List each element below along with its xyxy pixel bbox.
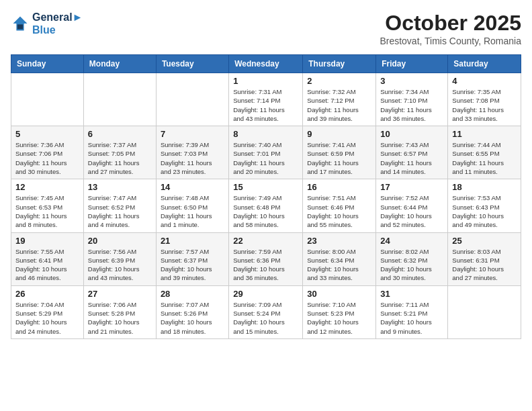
day-info: Sunrise: 7:48 AM Sunset: 6:50 PM Dayligh… <box>161 193 224 229</box>
calendar-cell: 12Sunrise: 7:45 AM Sunset: 6:53 PM Dayli… <box>11 179 84 232</box>
day-info: Sunrise: 7:32 AM Sunset: 7:12 PM Dayligh… <box>307 87 371 123</box>
calendar-cell <box>156 73 228 126</box>
day-info: Sunrise: 7:43 AM Sunset: 6:57 PM Dayligh… <box>380 140 443 176</box>
day-number: 16 <box>307 182 371 192</box>
calendar-cell: 4Sunrise: 7:35 AM Sunset: 7:08 PM Daylig… <box>448 73 521 126</box>
page-header: General► Blue October 2025 Brestovat, Ti… <box>11 11 521 46</box>
day-info: Sunrise: 7:31 AM Sunset: 7:14 PM Dayligh… <box>233 87 298 123</box>
day-number: 25 <box>452 236 517 246</box>
logo-text: General► Blue <box>32 11 83 36</box>
day-number: 5 <box>15 129 79 139</box>
day-number: 23 <box>307 236 371 246</box>
calendar-cell <box>448 285 521 338</box>
weekday-header-sunday: Sunday <box>11 55 84 73</box>
day-number: 14 <box>161 182 224 192</box>
day-info: Sunrise: 8:03 AM Sunset: 6:31 PM Dayligh… <box>452 247 517 283</box>
day-info: Sunrise: 7:09 AM Sunset: 5:24 PM Dayligh… <box>233 300 298 336</box>
day-number: 6 <box>88 129 152 139</box>
calendar-cell <box>11 73 84 126</box>
day-info: Sunrise: 7:59 AM Sunset: 6:36 PM Dayligh… <box>233 247 298 283</box>
logo: General► Blue <box>11 11 83 36</box>
calendar-table: SundayMondayTuesdayWednesdayThursdayFrid… <box>11 54 521 339</box>
calendar-cell: 3Sunrise: 7:34 AM Sunset: 7:10 PM Daylig… <box>376 73 448 126</box>
day-number: 3 <box>380 76 443 86</box>
day-number: 30 <box>307 289 371 299</box>
day-number: 1 <box>233 76 298 86</box>
calendar-cell: 2Sunrise: 7:32 AM Sunset: 7:12 PM Daylig… <box>303 73 376 126</box>
calendar-cell: 18Sunrise: 7:53 AM Sunset: 6:43 PM Dayli… <box>448 179 521 232</box>
calendar-cell: 8Sunrise: 7:40 AM Sunset: 7:01 PM Daylig… <box>229 126 303 179</box>
day-number: 21 <box>161 236 224 246</box>
day-number: 13 <box>88 182 152 192</box>
day-number: 27 <box>88 289 152 299</box>
day-number: 8 <box>233 129 298 139</box>
day-number: 17 <box>380 182 443 192</box>
weekday-header-wednesday: Wednesday <box>229 55 303 73</box>
calendar-cell: 10Sunrise: 7:43 AM Sunset: 6:57 PM Dayli… <box>376 126 448 179</box>
calendar-week-row: 5Sunrise: 7:36 AM Sunset: 7:06 PM Daylig… <box>11 126 521 179</box>
day-number: 10 <box>380 129 443 139</box>
day-info: Sunrise: 7:57 AM Sunset: 6:37 PM Dayligh… <box>161 247 224 283</box>
day-info: Sunrise: 7:49 AM Sunset: 6:48 PM Dayligh… <box>233 193 298 229</box>
calendar-cell: 7Sunrise: 7:39 AM Sunset: 7:03 PM Daylig… <box>156 126 228 179</box>
day-number: 28 <box>161 289 224 299</box>
day-number: 20 <box>88 236 152 246</box>
day-info: Sunrise: 7:10 AM Sunset: 5:23 PM Dayligh… <box>307 300 371 336</box>
day-info: Sunrise: 7:11 AM Sunset: 5:21 PM Dayligh… <box>380 300 443 336</box>
day-info: Sunrise: 7:35 AM Sunset: 7:08 PM Dayligh… <box>452 87 517 123</box>
calendar-cell: 9Sunrise: 7:41 AM Sunset: 6:59 PM Daylig… <box>303 126 376 179</box>
calendar-cell: 25Sunrise: 8:03 AM Sunset: 6:31 PM Dayli… <box>448 232 521 285</box>
day-number: 31 <box>380 289 443 299</box>
day-number: 15 <box>233 182 298 192</box>
weekday-header-monday: Monday <box>83 55 156 73</box>
day-info: Sunrise: 7:36 AM Sunset: 7:06 PM Dayligh… <box>15 140 79 176</box>
day-number: 7 <box>161 129 224 139</box>
day-info: Sunrise: 7:07 AM Sunset: 5:26 PM Dayligh… <box>161 300 224 336</box>
day-number: 29 <box>233 289 298 299</box>
calendar-cell: 17Sunrise: 7:52 AM Sunset: 6:44 PM Dayli… <box>376 179 448 232</box>
calendar-cell: 26Sunrise: 7:04 AM Sunset: 5:29 PM Dayli… <box>11 285 84 338</box>
day-info: Sunrise: 7:44 AM Sunset: 6:55 PM Dayligh… <box>452 140 517 176</box>
day-number: 11 <box>452 129 517 139</box>
calendar-week-row: 26Sunrise: 7:04 AM Sunset: 5:29 PM Dayli… <box>11 285 521 338</box>
calendar-cell: 24Sunrise: 8:02 AM Sunset: 6:32 PM Dayli… <box>376 232 448 285</box>
calendar-week-row: 19Sunrise: 7:55 AM Sunset: 6:41 PM Dayli… <box>11 232 521 285</box>
day-number: 24 <box>380 236 443 246</box>
day-info: Sunrise: 7:45 AM Sunset: 6:53 PM Dayligh… <box>15 193 79 229</box>
calendar-cell: 11Sunrise: 7:44 AM Sunset: 6:55 PM Dayli… <box>448 126 521 179</box>
day-number: 12 <box>15 182 79 192</box>
calendar-cell: 6Sunrise: 7:37 AM Sunset: 7:05 PM Daylig… <box>83 126 156 179</box>
day-number: 2 <box>307 76 371 86</box>
day-info: Sunrise: 7:34 AM Sunset: 7:10 PM Dayligh… <box>380 87 443 123</box>
calendar-cell: 20Sunrise: 7:56 AM Sunset: 6:39 PM Dayli… <box>83 232 156 285</box>
day-number: 22 <box>233 236 298 246</box>
day-info: Sunrise: 7:39 AM Sunset: 7:03 PM Dayligh… <box>161 140 224 176</box>
day-number: 18 <box>452 182 517 192</box>
month-title: October 2025 <box>380 11 521 36</box>
title-area: October 2025 Brestovat, Timis County, Ro… <box>380 11 521 46</box>
calendar-cell: 13Sunrise: 7:47 AM Sunset: 6:52 PM Dayli… <box>83 179 156 232</box>
day-number: 4 <box>452 76 517 86</box>
calendar-cell: 22Sunrise: 7:59 AM Sunset: 6:36 PM Dayli… <box>229 232 303 285</box>
calendar-cell: 28Sunrise: 7:07 AM Sunset: 5:26 PM Dayli… <box>156 285 228 338</box>
calendar-cell: 19Sunrise: 7:55 AM Sunset: 6:41 PM Dayli… <box>11 232 84 285</box>
logo-icon <box>11 14 30 33</box>
day-number: 9 <box>307 129 371 139</box>
day-info: Sunrise: 7:37 AM Sunset: 7:05 PM Dayligh… <box>88 140 152 176</box>
location-subtitle: Brestovat, Timis County, Romania <box>380 36 521 46</box>
calendar-cell: 16Sunrise: 7:51 AM Sunset: 6:46 PM Dayli… <box>303 179 376 232</box>
day-info: Sunrise: 8:00 AM Sunset: 6:34 PM Dayligh… <box>307 247 371 283</box>
calendar-week-row: 12Sunrise: 7:45 AM Sunset: 6:53 PM Dayli… <box>11 179 521 232</box>
weekday-header-tuesday: Tuesday <box>156 55 228 73</box>
day-info: Sunrise: 7:47 AM Sunset: 6:52 PM Dayligh… <box>88 193 152 229</box>
day-info: Sunrise: 7:55 AM Sunset: 6:41 PM Dayligh… <box>15 247 79 283</box>
calendar-cell <box>83 73 156 126</box>
weekday-header-thursday: Thursday <box>303 55 376 73</box>
day-info: Sunrise: 7:40 AM Sunset: 7:01 PM Dayligh… <box>233 140 298 176</box>
day-info: Sunrise: 7:53 AM Sunset: 6:43 PM Dayligh… <box>452 193 517 229</box>
calendar-cell: 23Sunrise: 8:00 AM Sunset: 6:34 PM Dayli… <box>303 232 376 285</box>
svg-rect-2 <box>17 25 23 30</box>
day-number: 26 <box>15 289 79 299</box>
calendar-cell: 1Sunrise: 7:31 AM Sunset: 7:14 PM Daylig… <box>229 73 303 126</box>
day-info: Sunrise: 7:06 AM Sunset: 5:28 PM Dayligh… <box>88 300 152 336</box>
